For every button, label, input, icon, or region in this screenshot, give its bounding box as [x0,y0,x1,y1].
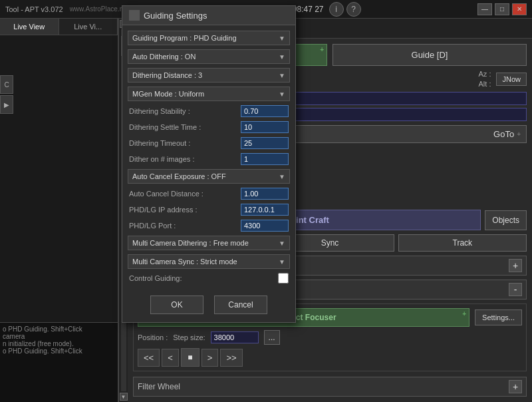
guiding-program-dropdown[interactable]: Guiding Program : PHD Guiding ▼ [128,31,290,45]
dialog-body: Guiding Program : PHD Guiding ▼ Auto Dit… [122,25,295,289]
close-button[interactable]: ✕ [512,3,527,15]
three-dots-button[interactable]: ... [264,330,280,345]
alt-label: Alt : [479,80,491,88]
autostar-expand-btn[interactable]: + [509,259,522,272]
tab-live-view[interactable]: Live View [0,19,59,35]
objects-button[interactable]: Objects [485,210,527,230]
step-size-input[interactable] [211,331,259,343]
port-label: PHD/LG Port : [129,222,176,230]
scroll-down-btn[interactable]: ▼ [120,393,128,401]
multi-cam-dithering-row: Multi Camera Dithering : Free mode ▼ [128,236,290,250]
dropdown-arrow-7: ▼ [279,258,285,266]
step-label: Step size: [173,333,205,341]
port-input[interactable] [241,220,289,232]
left-panel: Live View Live Vi... C ▶ o PHD Guiding. … [0,19,118,402]
jnow-button[interactable]: JNow [496,73,527,86]
ip-label: PHD/LG IP address : [129,206,198,214]
tab-live-view-2[interactable]: Live Vi... [59,19,118,35]
port-row: PHD/LG Port : [128,220,290,232]
stability-row: Dithering Stability : [128,105,290,117]
dither-images-label: Dither on # images : [129,155,194,163]
guiding-program-row: Guiding Program : PHD Guiding ▼ [128,31,290,45]
focuser-nav-rr[interactable]: >> [220,349,242,367]
auto-cancel-row: Auto Cancel Exposure : OFF ▼ [128,169,290,184]
stability-input[interactable] [241,105,289,117]
focuser-stop-btn[interactable]: ■ [181,348,200,367]
mgen-mode-dropdown[interactable]: MGen Mode : Uniform ▼ [128,87,290,101]
cancel-button[interactable]: Cancel [214,296,267,314]
focuser-nav-l[interactable]: < [162,349,179,367]
auto-dithering-row: Auto Dithering : ON ▼ [128,49,290,64]
filter-wheel-collapsible[interactable]: Filter Wheel + [133,377,527,397]
log-line-3: n initialized (free mode). [3,340,115,347]
side-buttons: C ▶ [0,75,13,114]
minimize-button[interactable]: — [477,3,492,15]
goto-plus: + [517,130,521,138]
maximize-button[interactable]: □ [495,3,509,15]
control-guiding-label: Control Guiding: [129,274,182,282]
dropdown-arrow-6: ▼ [279,240,285,247]
side-btn-1[interactable]: C [0,75,13,94]
stability-label: Dithering Stability : [129,107,190,115]
multi-cam-dithering-dropdown[interactable]: Multi Camera Dithering : Free mode ▼ [128,236,290,250]
log-area: o PHD Guiding. Shift+Click camera n init… [0,322,118,402]
log-line-4: o PHD Guiding. Shift+Click [3,347,115,355]
focuser-collapse-btn[interactable]: - [509,283,522,296]
auto-dithering-dropdown[interactable]: Auto Dithering : ON ▼ [128,49,290,64]
dithering-distance-dropdown[interactable]: Dithering Distance : 3 ▼ [128,68,290,83]
left-tab-bar: Live View Live Vi... [0,19,118,35]
app-subtitle: www.AstroPlace.net [70,5,129,13]
dropdown-arrow-2: ▼ [279,53,285,61]
dialog-icon [129,10,140,21]
guide-d-button[interactable]: Guide [D] [332,44,527,66]
dither-images-input[interactable] [241,153,289,165]
auto-cancel-dropdown[interactable]: Auto Cancel Exposure : OFF ▼ [128,169,290,184]
connect-scope-plus: + [320,46,324,53]
focuser-nav-ll[interactable]: << [138,349,160,367]
control-guiding-checkbox[interactable] [278,273,289,284]
dialog-title-bar: Guiding Settings [122,6,295,25]
ok-button[interactable]: OK [150,296,203,314]
filter-wheel-btn[interactable]: + [509,380,522,393]
dialog-title-text: Guiding Settings [144,11,207,21]
log-line-2: camera [3,333,115,340]
focuser-settings-button[interactable]: Settings... [475,309,522,325]
mgen-mode-row: MGen Mode : Uniform ▼ [128,87,290,101]
focuser-nav-r[interactable]: > [201,349,219,367]
settle-time-input[interactable] [241,121,289,133]
multi-cam-sync-dropdown[interactable]: Multi Camera Sync : Strict mode ▼ [128,254,290,269]
control-guiding-row: Control Guiding: [128,273,290,284]
live-view-area: C ▶ [0,35,118,322]
position-label: Position : [138,333,168,341]
multi-cam-sync-row: Multi Camera Sync : Strict mode ▼ [128,254,290,269]
track-button[interactable]: Track [398,234,527,252]
info-icon[interactable]: i [329,2,344,17]
timeout-label: Dithering Timeout : [129,139,190,147]
dialog-buttons: OK Cancel [122,289,295,322]
auto-cancel-dist-row: Auto Cancel Distance : [128,188,290,200]
side-btn-2[interactable]: ▶ [0,95,13,114]
ip-row: PHD/LG IP address : [128,204,290,216]
settle-time-row: Dithering Settle Time : [128,121,290,133]
dropdown-arrow-3: ▼ [279,72,285,79]
az-label: Az : [479,70,491,78]
dropdown-arrow-4: ▼ [279,91,285,98]
filter-wheel-label: Filter Wheel [138,382,180,391]
timeout-row: Dithering Timeout : [128,137,290,149]
app-title: Tool - APT v3.072 [5,5,63,13]
timeout-input[interactable] [241,137,289,149]
focuser-connect-plus: + [462,310,466,317]
focuser-nav-row: << < ■ > >> [138,348,522,367]
dropdown-arrow-1: ▼ [279,35,285,42]
dropdown-arrow-5: ▼ [279,173,285,180]
dither-images-row: Dither on # images : [128,153,290,165]
log-line-1: o PHD Guiding. Shift+Click [3,325,115,333]
focuser-pos-row: Position : Step size: ... [138,330,522,345]
help-icon[interactable]: ? [346,2,361,17]
settle-label: Dithering Settle Time : [129,123,201,131]
azalt-labels: Az : Alt : [479,70,491,88]
auto-cancel-dist-input[interactable] [241,188,289,200]
dithering-distance-row: Dithering Distance : 3 ▼ [128,68,290,83]
ip-input[interactable] [241,204,289,216]
auto-cancel-dist-label: Auto Cancel Distance : [129,190,203,198]
